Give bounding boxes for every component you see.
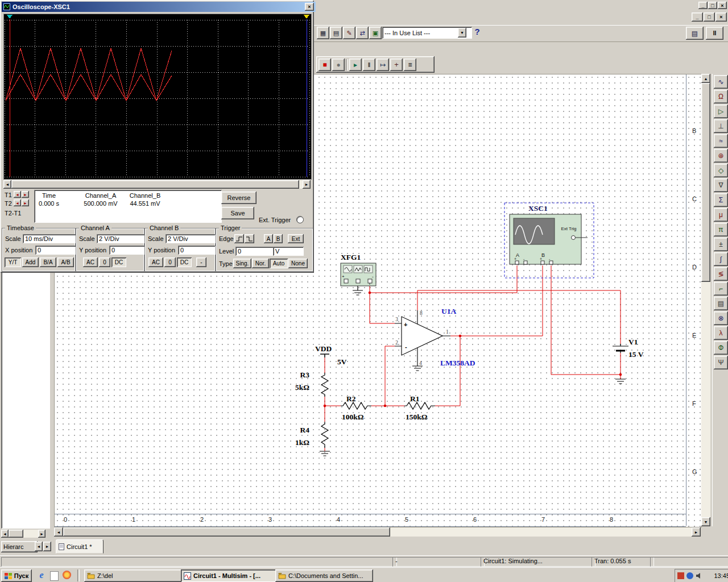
resistors[interactable]: [321, 373, 435, 448]
mode-ba-button[interactable]: B/A: [40, 257, 56, 267]
timebase-xpos-field[interactable]: 0: [35, 246, 76, 255]
component-labels[interactable]: XFG1 XSC1 VDD 5V R3 5kΩ R4 1kΩ R2 100kΩ …: [295, 204, 644, 447]
mdi-restore-icon[interactable]: □: [704, 13, 715, 22]
play-icon[interactable]: ▸: [349, 59, 362, 71]
component-toolbar-button-1[interactable]: ∿: [714, 75, 728, 89]
in-use-list-dropdown-icon[interactable]: ▼: [458, 28, 466, 38]
scope-scroll-right-icon[interactable]: ►: [303, 180, 311, 189]
toolbar-button-1[interactable]: ▦: [317, 27, 329, 39]
toolbox-scrollbar-thumb[interactable]: [9, 530, 23, 538]
scope-scroll-left-icon[interactable]: ◄: [3, 180, 11, 189]
component-toolbar-button-7[interactable]: ◇: [714, 164, 728, 177]
battery-V1[interactable]: [613, 344, 628, 353]
canvas-scroll-right-icon[interactable]: ►: [692, 527, 701, 537]
mode-add-button[interactable]: Add: [22, 257, 39, 267]
component-toolbar-button-14[interactable]: ≶: [714, 267, 728, 281]
trigger-source-ext-button[interactable]: Ext: [288, 234, 304, 243]
channel-b-minus-button[interactable]: -: [196, 257, 206, 267]
pause-icon[interactable]: ‖: [363, 59, 375, 71]
component-toolbar-button-15[interactable]: ⌐: [714, 282, 728, 296]
add-probe-icon[interactable]: +: [390, 59, 403, 71]
simulate-panel-icon[interactable]: ▤: [686, 27, 704, 40]
minimize-icon[interactable]: _: [698, 2, 708, 9]
toolbar-button-5[interactable]: ▣: [369, 27, 382, 39]
task-button-documents[interactable]: C:\Documents and Settin...: [275, 569, 373, 582]
mode-ab-button[interactable]: A/B: [57, 257, 74, 267]
trigger-source-b-button[interactable]: B: [274, 234, 283, 243]
channel-a-dc-button[interactable]: DC: [111, 257, 126, 267]
component-toolbar-button-16[interactable]: ▤: [714, 297, 728, 310]
toolbox-tab-hierarchy[interactable]: Hierarc: [1, 541, 38, 552]
tray-icon-1[interactable]: [677, 572, 684, 579]
ground-symbols[interactable]: [320, 282, 626, 456]
toolbox-tab-scroll-left-icon[interactable]: ◄: [35, 542, 43, 551]
toolbox-scroll-left-icon[interactable]: ◄: [1, 530, 9, 538]
toolbox-tab-scroll-right-icon[interactable]: ►: [43, 542, 51, 551]
toolbar-button-4[interactable]: ⇄: [356, 27, 369, 39]
step-icon[interactable]: ↦: [377, 59, 389, 71]
ie-quicklaunch-icon[interactable]: e: [36, 570, 47, 580]
close-icon[interactable]: ×: [305, 3, 314, 11]
help-icon[interactable]: ?: [472, 27, 482, 39]
t1-right-icon[interactable]: ►: [22, 191, 29, 198]
channel-b-dc-button[interactable]: DC: [177, 257, 192, 267]
component-toolbar-button-20[interactable]: Ψ: [714, 356, 728, 369]
channel-b-ypos-field[interactable]: 0: [178, 246, 216, 255]
t2-right-icon[interactable]: ►: [22, 199, 29, 206]
media-quicklaunch-icon[interactable]: [63, 571, 71, 579]
trigger-type-auto-button[interactable]: Auto: [270, 259, 288, 268]
component-toolbar-button-6[interactable]: ⊕: [714, 149, 728, 163]
component-toolbar-button-9[interactable]: Σ: [714, 193, 728, 207]
trigger-edge-falling-button[interactable]: [245, 234, 254, 243]
ext-trigger-radio[interactable]: [296, 216, 304, 223]
component-toolbar-button-8[interactable]: ∇: [714, 178, 728, 192]
task-button-zdel[interactable]: Z:\del: [84, 569, 184, 582]
component-toolbar-button-12[interactable]: ±: [714, 238, 728, 251]
vdd-symbol[interactable]: [320, 354, 329, 357]
options-icon[interactable]: ≡: [404, 59, 416, 71]
document-quicklaunch-icon[interactable]: [50, 571, 59, 581]
volume-icon[interactable]: [696, 572, 702, 579]
reverse-button[interactable]: Reverse: [221, 192, 257, 204]
start-button[interactable]: Пуск: [1, 569, 32, 582]
pause-toolbar-icon[interactable]: II: [706, 27, 723, 40]
component-toolbar-button-19[interactable]: Φ: [714, 341, 728, 355]
component-toolbar-button-11[interactable]: π: [714, 223, 728, 236]
trigger-edge-rising-button[interactable]: [234, 234, 244, 243]
toolbar-button-2[interactable]: ▤: [330, 27, 342, 39]
save-button[interactable]: Save: [221, 207, 254, 219]
component-toolbar-button-2[interactable]: Ω: [714, 90, 728, 103]
trigger-type-single-button[interactable]: Sing.: [233, 259, 251, 268]
component-toolbar-button-18[interactable]: λ: [714, 326, 728, 340]
canvas-scroll-left-icon[interactable]: ◄: [54, 527, 63, 537]
component-toolbar-button-4[interactable]: ⊥: [714, 119, 728, 133]
scope-scrollbar-thumb[interactable]: [11, 180, 299, 189]
opamp-U1A[interactable]: [395, 310, 450, 366]
canvas-scroll-down-icon[interactable]: ▼: [701, 517, 710, 526]
task-button-multisim[interactable]: Circuit1 - Multisim - [...: [181, 569, 279, 582]
channel-a-ypos-field[interactable]: 0: [109, 246, 145, 255]
canvas-vscrollbar-thumb[interactable]: [701, 83, 710, 282]
trigger-type-normal-button[interactable]: Nor.: [252, 259, 269, 268]
oscilloscope-XSC1-component[interactable]: A B Ext Trig + - + -: [504, 203, 594, 278]
trigger-type-none-button[interactable]: None: [288, 259, 308, 268]
trigger-level-unit-field[interactable]: V: [273, 247, 304, 256]
toolbox-scroll-right-icon[interactable]: ►: [38, 530, 46, 538]
toolbar-button-3[interactable]: ✎: [343, 27, 355, 39]
canvas-hscrollbar-thumb[interactable]: [63, 527, 390, 537]
stop-icon[interactable]: ■: [318, 59, 331, 71]
mdi-minimize-icon[interactable]: _: [692, 13, 703, 22]
component-toolbar-button-10[interactable]: μ: [714, 208, 728, 222]
record-icon[interactable]: ●: [332, 59, 345, 71]
canvas-scroll-up-icon[interactable]: ▲: [701, 74, 710, 83]
close-icon[interactable]: ×: [718, 2, 727, 9]
channel-b-zero-button[interactable]: 0: [164, 257, 176, 267]
mode-yt-button[interactable]: Y/T: [5, 257, 21, 267]
tray-icon-2[interactable]: [686, 572, 693, 579]
trigger-level-field[interactable]: 0: [235, 247, 275, 256]
trigger-source-a-button[interactable]: A: [264, 234, 273, 243]
channel-b-scale-field[interactable]: 2 V/Div: [166, 234, 216, 243]
channel-a-ac-button[interactable]: AC: [83, 257, 98, 267]
component-toolbar-button-3[interactable]: ▷: [714, 105, 728, 118]
channel-a-zero-button[interactable]: 0: [99, 257, 110, 267]
